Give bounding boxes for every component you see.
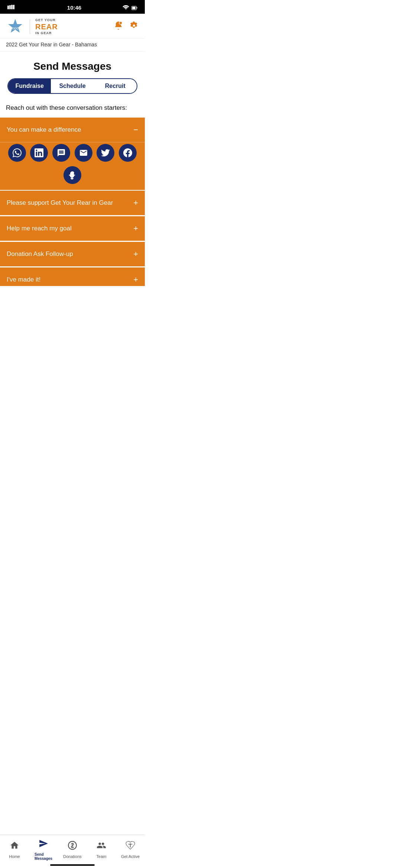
- settings-icon[interactable]: [129, 21, 139, 33]
- message-card-1: Please support Get Your Rear in Gear +: [0, 191, 145, 215]
- message-card-toggle-0[interactable]: −: [133, 125, 138, 135]
- message-card-title-0: You can make a difference: [7, 126, 130, 134]
- message-card-0: You can make a difference −: [0, 118, 145, 190]
- svg-rect-5: [132, 7, 136, 9]
- section-intro: Reach out with these conversation starte…: [0, 101, 145, 118]
- message-card-header-4[interactable]: I've made it! +: [0, 267, 145, 286]
- tab-recruit[interactable]: Recruit: [94, 79, 137, 93]
- logo-icon: CCC: [6, 17, 25, 36]
- header-actions: [114, 21, 139, 33]
- main-content: Send Messages Fundraise Schedule Recruit…: [0, 52, 145, 320]
- message-card-toggle-1[interactable]: +: [133, 198, 138, 208]
- message-card-header-2[interactable]: Help me reach my goal +: [0, 216, 145, 241]
- status-icons: [123, 5, 137, 10]
- svg-rect-2: [11, 5, 13, 9]
- message-card-toggle-3[interactable]: +: [133, 249, 138, 259]
- svg-rect-1: [9, 5, 11, 9]
- message-card-title-3: Donation Ask Follow-up: [7, 250, 130, 258]
- message-card-title-4: I've made it!: [7, 276, 130, 283]
- message-card-title-1: Please support Get Your Rear in Gear: [7, 199, 130, 207]
- message-card-toggle-4[interactable]: +: [133, 275, 138, 285]
- page-title: Send Messages: [0, 52, 145, 78]
- status-time: 10:46: [26, 4, 123, 11]
- message-card-title-2: Help me reach my goal: [7, 225, 130, 232]
- notification-icon[interactable]: [114, 21, 123, 33]
- messages-icon[interactable]: [52, 144, 70, 162]
- svg-text:CCC: CCC: [12, 27, 19, 30]
- svg-point-10: [119, 22, 122, 24]
- svg-rect-3: [13, 5, 14, 9]
- message-card-4: I've made it! +: [0, 267, 145, 286]
- snapchat-icon[interactable]: [63, 166, 81, 184]
- message-card-header-1[interactable]: Please support Get Your Rear in Gear +: [0, 191, 145, 215]
- facebook-icon[interactable]: [119, 144, 137, 162]
- tab-fundraise[interactable]: Fundraise: [8, 79, 51, 93]
- svg-rect-0: [7, 6, 9, 9]
- twitter-icon[interactable]: [97, 144, 114, 162]
- message-card-toggle-2[interactable]: +: [133, 224, 138, 233]
- message-card-header-3[interactable]: Donation Ask Follow-up +: [0, 242, 145, 266]
- svg-rect-6: [137, 7, 137, 9]
- logo-area: CCC GET YOUR REAR IN GEAR: [6, 17, 58, 36]
- tab-group: Fundraise Schedule Recruit: [7, 78, 137, 94]
- logo-text: GET YOUR REAR IN GEAR: [35, 18, 58, 35]
- app-header: CCC GET YOUR REAR IN GEAR: [0, 14, 145, 39]
- social-icons-grid: [6, 144, 139, 162]
- message-card-3: Donation Ask Follow-up +: [0, 242, 145, 266]
- whatsapp-icon[interactable]: [8, 144, 26, 162]
- email-icon[interactable]: [75, 144, 92, 162]
- social-icons-row2: [6, 166, 139, 184]
- message-card-2: Help me reach my goal +: [0, 216, 145, 241]
- linkedin-icon[interactable]: [30, 144, 48, 162]
- tab-schedule[interactable]: Schedule: [51, 79, 94, 93]
- status-bar: 10:46: [0, 0, 145, 14]
- event-title: 2022 Get Your Rear in Gear - Bahamas: [0, 39, 145, 52]
- social-icons-row: [0, 142, 145, 190]
- message-card-header-0[interactable]: You can make a difference −: [0, 118, 145, 142]
- svg-point-11: [133, 24, 135, 27]
